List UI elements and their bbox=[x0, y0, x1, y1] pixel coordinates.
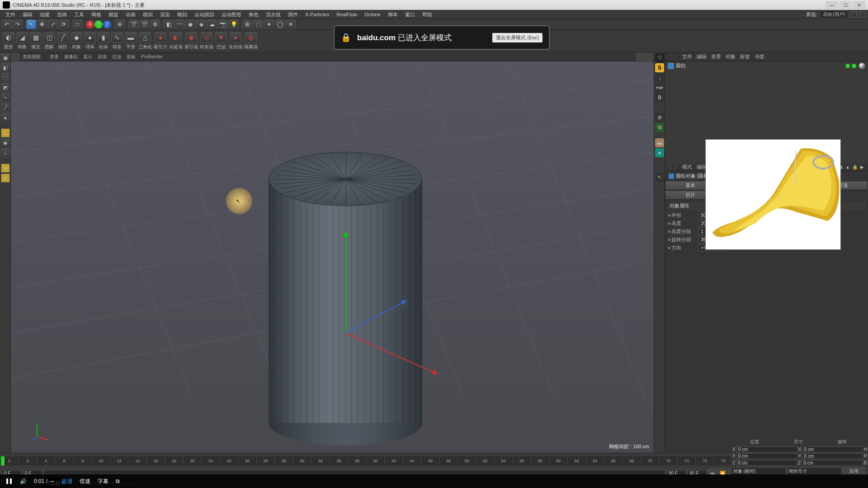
spline-tool-icon[interactable]: ∿ bbox=[111, 32, 123, 43]
sphere-tool-icon[interactable]: ● bbox=[84, 32, 96, 43]
menu-snap[interactable]: 捕捉 bbox=[105, 11, 122, 18]
axis-x-lock[interactable]: X bbox=[86, 20, 94, 28]
visibility-render-dot[interactable] bbox=[852, 64, 856, 68]
timeline-ruler[interactable]: 0246810121416182022242628303234363840424… bbox=[0, 456, 842, 465]
objtab-object[interactable]: 对象 bbox=[726, 53, 736, 60]
deformer-tool[interactable]: ◈ bbox=[196, 19, 206, 29]
rotate-tool[interactable]: ⟳ bbox=[59, 19, 69, 29]
last-tool[interactable]: □ bbox=[72, 19, 82, 29]
redo-button[interactable]: ↷ bbox=[13, 19, 23, 29]
isolate-field-icon[interactable]: ◍ bbox=[245, 32, 257, 43]
reference-image[interactable] bbox=[705, 139, 841, 250]
cube-primitive[interactable]: ◧ bbox=[164, 19, 174, 29]
soft-select[interactable]: ◯ bbox=[275, 19, 285, 29]
menu-script[interactable]: 脚本 bbox=[384, 11, 401, 18]
make-editable-button[interactable]: ▣ bbox=[1, 53, 10, 62]
objtab-view[interactable]: 查看 bbox=[711, 53, 721, 60]
fill-tool-icon[interactable]: ▦ bbox=[30, 32, 42, 43]
menu-create[interactable]: 创建 bbox=[36, 11, 53, 18]
menu-plugins[interactable]: 插件 bbox=[284, 11, 302, 18]
object-row-cylinder[interactable]: 圆柱 bbox=[665, 61, 868, 70]
spline-tool[interactable]: 〰 bbox=[175, 19, 184, 29]
axis-z-lock[interactable]: Z bbox=[103, 20, 111, 28]
menu-select[interactable]: 选择 bbox=[53, 11, 71, 18]
video-subtitle[interactable]: 字幕 bbox=[98, 478, 108, 485]
menu-tools[interactable]: 工具 bbox=[71, 11, 88, 18]
attr-nav-lock[interactable]: 🔒 bbox=[852, 164, 858, 170]
maximize-button[interactable]: ☐ bbox=[839, 1, 852, 9]
phong-tag-icon[interactable] bbox=[859, 63, 865, 69]
coord-y-pos[interactable] bbox=[736, 453, 797, 459]
render-region-button[interactable]: 🎬 bbox=[139, 19, 149, 29]
xray-button[interactable]: ✦ bbox=[1, 164, 10, 173]
coord-x-size[interactable] bbox=[802, 446, 863, 452]
point-mode-button[interactable]: • bbox=[1, 93, 10, 102]
s-badge-icon[interactable]: S bbox=[655, 63, 664, 72]
view-menu-prorender[interactable]: ProRender bbox=[138, 54, 165, 59]
modeling-button[interactable]: ✦ bbox=[264, 19, 274, 29]
model-mode-button[interactable]: ◧ bbox=[1, 63, 10, 72]
objtab-bookmarks[interactable]: 书签 bbox=[755, 53, 764, 60]
triangulate-tool-icon[interactable]: △ bbox=[139, 32, 151, 43]
menu-mograph[interactable]: 运动图形 bbox=[218, 11, 245, 18]
polygon-mode-button[interactable]: ▲ bbox=[1, 113, 10, 122]
coord-z-pos[interactable] bbox=[736, 460, 797, 466]
view-menu-panel[interactable]: 面板 bbox=[124, 54, 138, 60]
axis-y-lock[interactable]: Y bbox=[94, 20, 103, 28]
favorite-icon[interactable]: ♡ bbox=[655, 53, 664, 62]
layout-square-2[interactable] bbox=[860, 11, 866, 18]
objtab-edit[interactable]: 编辑 bbox=[697, 53, 707, 60]
gizmo-y-axis[interactable] bbox=[345, 233, 346, 333]
scale-tool[interactable]: ⤢ bbox=[48, 19, 58, 29]
video-pip-button[interactable]: ⧉ bbox=[116, 478, 120, 484]
tan-slot-icon[interactable]: ▬ bbox=[655, 138, 664, 147]
attr-tab-mode[interactable]: 模式 bbox=[682, 164, 692, 170]
select-tool[interactable]: ↖ bbox=[26, 19, 36, 29]
teal-slot-icon[interactable]: ● bbox=[655, 148, 664, 157]
view-menu-options[interactable]: 选项 bbox=[95, 54, 109, 60]
menu-mesh[interactable]: 网格 bbox=[88, 11, 105, 18]
move-tool[interactable]: ✥ bbox=[37, 19, 47, 29]
attr-grip-icon[interactable]: ⋮⋮ bbox=[668, 164, 678, 170]
menu-help[interactable]: 帮助 bbox=[419, 11, 436, 18]
video-quality[interactable]: 超清 bbox=[61, 478, 72, 485]
coord-x-pos[interactable] bbox=[736, 446, 797, 452]
video-pause-button[interactable] bbox=[5, 478, 13, 485]
menu-octane[interactable]: Octane bbox=[361, 12, 384, 17]
visibility-editor-dot[interactable] bbox=[845, 64, 850, 68]
index-field-icon[interactable]: ◉ bbox=[185, 32, 197, 43]
tweak-button[interactable]: ✕ bbox=[286, 19, 296, 29]
workplane-mode-button[interactable]: ◩ bbox=[1, 83, 10, 92]
exit-fullscreen-button[interactable]: 退出全屏模式 (Esc) bbox=[492, 33, 542, 42]
generator-tool[interactable]: ◉ bbox=[185, 19, 195, 29]
object-tool-icon[interactable]: ◆ bbox=[71, 32, 82, 43]
objtab-tags[interactable]: 标签 bbox=[740, 53, 750, 60]
axis-mode-button[interactable]: L bbox=[1, 128, 10, 137]
panel-grip-icon[interactable]: ⋮⋮ bbox=[668, 54, 678, 60]
menu-animate[interactable]: 动画 bbox=[122, 11, 139, 18]
menu-sculpt[interactable]: 雕刻 bbox=[174, 11, 191, 18]
cylinder-tool-icon[interactable]: ▮ bbox=[98, 32, 109, 43]
light-tool[interactable]: 💡 bbox=[229, 19, 239, 29]
view-menu-view[interactable]: 查看 bbox=[47, 54, 61, 60]
arrow-icon[interactable]: ↖ bbox=[655, 173, 664, 182]
dark-slot-1[interactable]: ↓ bbox=[655, 73, 664, 82]
render-view-button[interactable]: 🎬 bbox=[128, 19, 138, 29]
shape-tool-icon[interactable]: ◐ bbox=[3, 32, 14, 43]
smooth-tool-icon[interactable]: ▬ bbox=[125, 32, 137, 43]
life-field-icon[interactable]: ● bbox=[230, 32, 241, 43]
menu-window[interactable]: 窗口 bbox=[401, 11, 419, 18]
layout-square-1[interactable] bbox=[851, 11, 857, 18]
objtab-file[interactable]: 文件 bbox=[682, 53, 692, 60]
view-menu-filter[interactable]: 过滤 bbox=[109, 54, 124, 60]
camera-tool[interactable]: 📷 bbox=[218, 19, 228, 29]
menu-realflow[interactable]: RealFlow bbox=[333, 12, 361, 17]
close-button[interactable]: ✕ bbox=[853, 1, 865, 9]
view-menu-display[interactable]: 显示 bbox=[80, 54, 95, 60]
coord-y-size[interactable] bbox=[802, 453, 863, 459]
viewport-maximize-icon[interactable] bbox=[645, 53, 653, 61]
view-menu-camera[interactable]: 摄像机 bbox=[61, 54, 80, 60]
menu-character[interactable]: 角色 bbox=[245, 11, 262, 18]
undo-button[interactable]: ↶ bbox=[2, 19, 12, 29]
filter-field-icon[interactable]: ▼ bbox=[215, 32, 227, 43]
